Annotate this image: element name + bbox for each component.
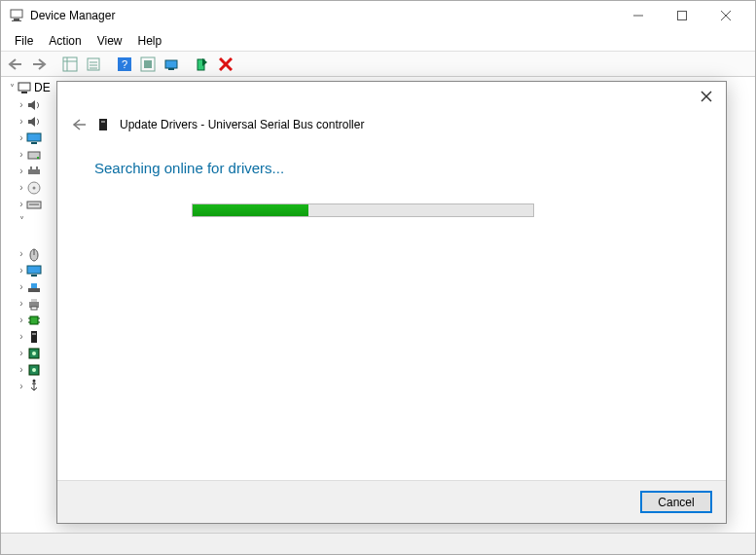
uninstall-button[interactable]: [192, 54, 213, 75]
svg-rect-2: [12, 20, 21, 21]
tree-item[interactable]: ›: [7, 130, 61, 146]
device-tree[interactable]: ˅ DE ›››››››˅›››››››››: [7, 79, 61, 519]
dialog-back-button[interactable]: [71, 118, 87, 131]
svg-rect-42: [28, 288, 40, 292]
update-drivers-dialog: Update Drivers - Universal Serial Bus co…: [56, 81, 727, 524]
expand-icon[interactable]: ›: [17, 166, 26, 176]
properties-button[interactable]: [83, 54, 104, 75]
svg-rect-19: [144, 60, 152, 68]
svg-point-35: [33, 186, 36, 189]
expand-icon[interactable]: ›: [17, 348, 26, 358]
sound-icon: [26, 114, 42, 130]
dialog-status-text: Searching online for drivers...: [94, 160, 689, 176]
scan-button[interactable]: [137, 54, 159, 75]
svg-rect-1: [14, 18, 19, 20]
monitor-icon: [26, 130, 42, 146]
expand-icon[interactable]: ›: [17, 99, 26, 110]
tree-item[interactable]: ˅: [7, 212, 61, 229]
maximize-button[interactable]: [660, 1, 703, 30]
svg-rect-32: [30, 166, 32, 169]
tree-item[interactable]: ›: [7, 96, 61, 113]
tree-root[interactable]: ˅ DE: [7, 79, 61, 96]
tree-item[interactable]: ›: [7, 361, 61, 378]
svg-text:?: ?: [122, 58, 127, 70]
svg-rect-43: [31, 283, 37, 288]
statusbar: [1, 533, 755, 554]
expand-icon[interactable]: ›: [17, 281, 26, 292]
cpu-icon: [26, 313, 42, 328]
expand-icon[interactable]: ›: [17, 381, 26, 391]
expand-icon[interactable]: ›: [17, 265, 26, 276]
svg-rect-25: [18, 83, 30, 91]
tree-item[interactable]: ›: [7, 312, 61, 328]
cd-icon: [26, 180, 42, 196]
svg-rect-40: [27, 266, 41, 274]
minimize-button[interactable]: [616, 1, 660, 30]
tree-item[interactable]: ›: [7, 113, 61, 130]
expand-icon[interactable]: ›: [17, 116, 26, 127]
menu-view[interactable]: View: [90, 32, 130, 50]
printer-icon: [26, 296, 42, 312]
svg-rect-26: [21, 92, 27, 93]
svg-rect-47: [30, 316, 38, 324]
expand-icon[interactable]: ›: [17, 364, 26, 375]
svg-rect-27: [27, 133, 41, 141]
menubar: File Action View Help: [1, 30, 755, 52]
cancel-button[interactable]: Cancel: [640, 491, 712, 513]
monitor-icon: [26, 263, 42, 278]
expand-icon[interactable]: ›: [17, 132, 26, 143]
window-controls: [616, 1, 747, 30]
tree-item[interactable]: ›: [7, 146, 61, 163]
tree-item[interactable]: ›: [7, 163, 61, 179]
expand-icon[interactable]: ›: [17, 182, 26, 193]
tree-item[interactable]: ›: [7, 378, 61, 394]
svg-point-30: [37, 157, 39, 159]
device-manager-window: Device Manager File Action View Help ? ˅: [0, 0, 756, 555]
expand-icon[interactable]: ›: [17, 314, 26, 325]
svg-point-57: [32, 368, 36, 372]
menu-file[interactable]: File: [7, 32, 41, 50]
window-title: Device Manager: [30, 9, 616, 22]
svg-rect-63: [101, 121, 105, 123]
svg-rect-52: [31, 331, 37, 343]
chip-icon: [26, 346, 42, 361]
svg-rect-53: [32, 333, 36, 335]
progress-fill: [193, 204, 308, 216]
disable-button[interactable]: [215, 54, 236, 75]
menu-help[interactable]: Help: [130, 32, 170, 50]
svg-rect-21: [168, 68, 174, 70]
expand-icon[interactable]: ›: [17, 248, 26, 259]
svg-rect-0: [11, 10, 22, 18]
collapse-icon[interactable]: ˅: [7, 83, 17, 93]
sound-icon: [26, 97, 42, 113]
keyboard-icon: [26, 197, 42, 212]
collapse-icon[interactable]: ˅: [17, 215, 26, 226]
drive-icon: [26, 147, 42, 163]
net-icon: [26, 279, 42, 295]
svg-rect-46: [31, 307, 37, 310]
svg-rect-28: [31, 142, 37, 144]
expand-icon[interactable]: ›: [17, 149, 26, 160]
titlebar: Device Manager: [1, 1, 755, 30]
back-button[interactable]: [5, 54, 26, 75]
tree-item[interactable]: ›: [7, 295, 61, 312]
expand-icon[interactable]: ›: [17, 199, 26, 209]
tree-item[interactable]: ›: [7, 196, 61, 212]
svg-point-58: [33, 379, 36, 382]
expand-icon[interactable]: ›: [17, 298, 26, 309]
expand-icon[interactable]: ›: [17, 331, 26, 342]
tree-item[interactable]: ›: [7, 278, 61, 295]
update-driver-button[interactable]: [161, 54, 182, 75]
menu-action[interactable]: Action: [41, 32, 89, 50]
tree-item[interactable]: ›: [7, 345, 61, 361]
close-button[interactable]: [703, 1, 747, 30]
tree-item[interactable]: ›: [7, 262, 61, 278]
forward-button[interactable]: [28, 54, 50, 75]
tree-item[interactable]: [7, 229, 61, 245]
dialog-close-button[interactable]: [697, 87, 716, 106]
show-hide-tree-button[interactable]: [59, 54, 81, 75]
tree-item[interactable]: ›: [7, 328, 61, 345]
tree-item[interactable]: ›: [7, 179, 61, 196]
help-button[interactable]: ?: [114, 54, 135, 75]
tree-item[interactable]: ›: [7, 245, 61, 262]
